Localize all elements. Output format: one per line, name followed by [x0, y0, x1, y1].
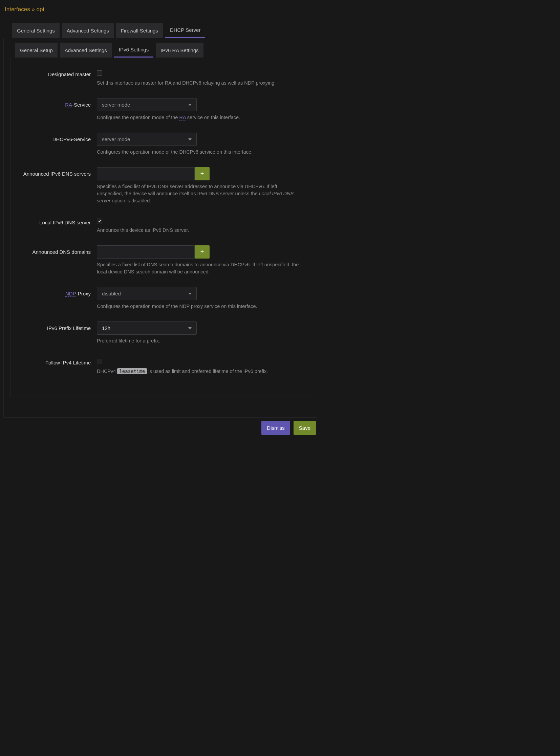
main-tabbar: General Settings Advanced Settings Firew… — [0, 23, 321, 38]
label-ndp-proxy: NDP-Proxy — [19, 287, 97, 298]
tab-advanced-settings[interactable]: Advanced Settings — [62, 23, 114, 38]
combo-prefix-lifetime[interactable]: 12h — [97, 322, 197, 335]
chevron-down-icon — [188, 104, 192, 106]
checkbox-local-dns[interactable] — [97, 219, 102, 224]
input-announced-domains[interactable] — [97, 245, 195, 259]
dismiss-button[interactable]: Dismiss — [261, 421, 290, 435]
label-designated-master: Designated master — [19, 68, 97, 79]
checkbox-designated-master[interactable] — [97, 70, 102, 76]
chevron-down-icon — [188, 327, 192, 329]
select-ndp-proxy[interactable]: disabled — [97, 287, 197, 300]
add-dns-button[interactable]: + — [195, 167, 209, 180]
subtab-advanced-settings[interactable]: Advanced Settings — [60, 43, 112, 58]
tab-general-settings[interactable]: General Settings — [12, 23, 60, 38]
select-ra-service-value: server mode — [102, 102, 130, 108]
help-announced-dns: Specifies a fixed list of IPv6 DNS serve… — [97, 183, 300, 204]
help-dhcpv6-service: Configures the operation mode of the DHC… — [97, 148, 300, 156]
dhcp-panel: General Setup Advanced Settings IPv6 Set… — [3, 38, 317, 417]
label-dhcpv6-service: DHCPv6-Service — [19, 132, 97, 143]
breadcrumb-sep: » — [30, 6, 37, 13]
tab-dhcp-server[interactable]: DHCP Server — [165, 23, 205, 38]
sub-tabbar: General Setup Advanced Settings IPv6 Set… — [8, 43, 312, 58]
help-ndp-proxy: Configures the operation mode of the NDP… — [97, 303, 300, 310]
help-local-dns: Announce this device as IPv6 DNS server. — [97, 227, 300, 234]
ipv6-settings-form: Designated master Set this interface as … — [11, 58, 310, 397]
help-announced-domains: Specifies a fixed list of DNS search dom… — [97, 261, 300, 275]
label-announced-dns: Announced IPv6 DNS servers — [19, 167, 97, 178]
combo-prefix-lifetime-value: 12h — [102, 325, 111, 331]
select-dhcpv6-service-value: server mode — [102, 136, 130, 142]
breadcrumb-section: Interfaces — [5, 6, 30, 13]
input-announced-dns[interactable] — [97, 167, 195, 180]
select-ndp-proxy-value: disabled — [102, 291, 121, 297]
label-local-dns: Local IPv6 DNS server — [19, 216, 97, 227]
add-domain-button[interactable]: + — [195, 245, 209, 259]
help-follow-ipv4: DHCPv4 leasetime is used as limit and pr… — [97, 368, 300, 375]
tab-firewall-settings[interactable]: Firewall Settings — [116, 23, 163, 38]
help-prefix-lifetime: Preferred lifetime for a prefix. — [97, 338, 300, 345]
footer: Dismiss Save — [0, 417, 321, 435]
chevron-down-icon — [188, 293, 192, 295]
checkbox-follow-ipv4[interactable] — [97, 359, 102, 364]
subtab-general-setup[interactable]: General Setup — [15, 43, 58, 58]
page-title: Interfaces » opt — [0, 0, 321, 23]
save-button[interactable]: Save — [294, 421, 316, 435]
subtab-ipv6-settings[interactable]: IPv6 Settings — [114, 43, 153, 58]
select-dhcpv6-service[interactable]: server mode — [97, 132, 197, 146]
label-announced-domains: Announced DNS domains — [19, 245, 97, 256]
label-follow-ipv4: Follow IPv4 Lifetime — [19, 356, 97, 367]
label-ra-service: RA-Service — [19, 98, 97, 109]
select-ra-service[interactable]: server mode — [97, 98, 197, 111]
subtab-ipv6-ra-settings[interactable]: IPv6 RA Settings — [156, 43, 203, 58]
help-designated-master: Set this interface as master for RA and … — [97, 80, 300, 87]
chevron-down-icon — [188, 138, 192, 140]
label-prefix-lifetime: IPv6 Prefix Lifetime — [19, 322, 97, 332]
help-ra-service: Configures the operation mode of the RA … — [97, 114, 300, 121]
breadcrumb-name: opt — [37, 6, 45, 13]
